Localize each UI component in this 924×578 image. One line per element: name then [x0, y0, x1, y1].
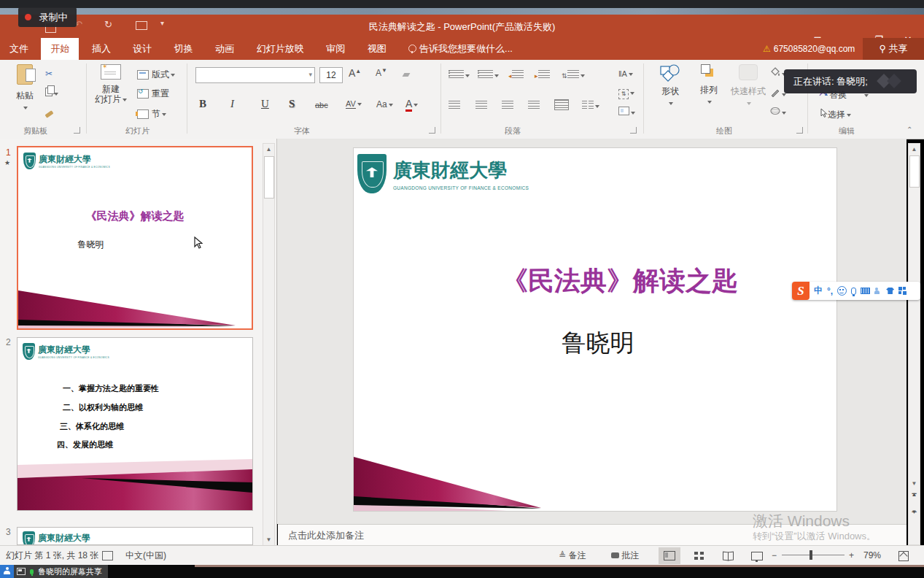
- ime-chinese-mode-icon[interactable]: 中: [814, 285, 823, 297]
- slide2-thumbnail[interactable]: 廣東財經大學 GUANGDONG UNIVERSITY OF FINANCE &…: [17, 337, 253, 511]
- copy-button[interactable]: [45, 88, 58, 99]
- zoom-in-button[interactable]: +: [849, 546, 854, 565]
- align-right-button[interactable]: [502, 101, 513, 111]
- normal-view-button[interactable]: [659, 547, 680, 564]
- language-status[interactable]: 中文(中国): [125, 546, 166, 565]
- ime-toolbox-icon[interactable]: [898, 287, 906, 295]
- justify-button[interactable]: [528, 101, 540, 111]
- align-center-button[interactable]: [475, 101, 487, 111]
- collapse-ribbon-button[interactable]: ⌃: [906, 126, 912, 134]
- thumbnails-scrollbar-thumb[interactable]: [264, 156, 274, 199]
- character-spacing-button[interactable]: AV: [346, 99, 362, 108]
- zoom-out-button[interactable]: −: [772, 546, 777, 565]
- text-shadow-button[interactable]: S: [289, 98, 295, 110]
- select-button[interactable]: 选择: [820, 108, 851, 121]
- grow-font-button[interactable]: A▲: [349, 67, 361, 79]
- arrange-button[interactable]: 排列: [693, 64, 725, 107]
- slide-canvas[interactable]: 廣東財經大學 GUANGDONG UNIVERSITY OF FINANCE &…: [354, 148, 836, 511]
- numbering-button[interactable]: [478, 70, 499, 80]
- zoom-slider[interactable]: [782, 555, 845, 555]
- paste-button[interactable]: 粘贴: [10, 64, 39, 112]
- tab-animations[interactable]: 动画: [206, 38, 244, 60]
- tab-transitions[interactable]: 切换: [165, 38, 203, 60]
- tab-slideshow[interactable]: 幻灯片放映: [247, 38, 314, 60]
- account-email[interactable]: ⚠675085820@qq.com: [763, 38, 855, 60]
- shapes-button[interactable]: 形状: [653, 64, 687, 108]
- slide-author[interactable]: 鲁晓明: [500, 327, 696, 360]
- tab-insert[interactable]: 插入: [82, 38, 120, 60]
- tab-design[interactable]: 设计: [123, 38, 161, 60]
- convert-smartart-button[interactable]: [618, 107, 635, 117]
- section-button[interactable]: 节: [137, 108, 166, 120]
- shape-effects-button[interactable]: [770, 107, 786, 117]
- comments-toggle[interactable]: 批注: [611, 546, 639, 565]
- screen-share-status[interactable]: 鲁晓明的屏幕共享: [14, 565, 108, 578]
- font-size-combobox[interactable]: 12: [319, 67, 343, 83]
- tab-view[interactable]: 视图: [358, 38, 396, 60]
- cut-button[interactable]: ✂: [45, 69, 53, 79]
- columns-button[interactable]: [582, 101, 599, 111]
- zoom-level[interactable]: 79%: [863, 546, 881, 565]
- ime-emoji-icon[interactable]: [837, 286, 847, 296]
- ime-input-mode-icon[interactable]: [874, 288, 882, 295]
- ime-toolbar[interactable]: S 中 °,: [792, 282, 920, 300]
- clipboard-dialog-launcher[interactable]: [74, 127, 80, 134]
- ime-keyboard-icon[interactable]: [861, 288, 870, 294]
- new-slide-button[interactable]: 新建 幻灯片: [92, 64, 130, 104]
- meeting-app-taskbar-icon[interactable]: [0, 565, 14, 578]
- text-direction-button[interactable]: ‖A: [618, 69, 633, 79]
- previous-slide-button[interactable]: ▲▔: [909, 493, 920, 504]
- align-text-button[interactable]: ⇅: [618, 88, 634, 99]
- ime-skin-icon[interactable]: [886, 288, 894, 294]
- ime-voice-icon[interactable]: [851, 288, 856, 295]
- tab-file[interactable]: 文件: [0, 38, 38, 60]
- slide1-thumbnail[interactable]: 廣東財經大學 GUANGDONG UNIVERSITY OF FINANCE &…: [17, 146, 253, 330]
- thumbnails-scrollbar[interactable]: ▲ ▼: [263, 143, 275, 545]
- editor-scrollbar-thumb[interactable]: [909, 155, 920, 188]
- slide-sorter-view-button[interactable]: [688, 547, 710, 564]
- font-dialog-launcher[interactable]: [429, 127, 435, 134]
- shrink-font-button[interactable]: A▼: [376, 67, 387, 78]
- scroll-up-icon[interactable]: ▲: [909, 144, 920, 155]
- ime-punctuation-icon[interactable]: °,: [827, 286, 833, 296]
- slide3-thumbnail[interactable]: 廣東財經大學 GUANGDONG UNIVERSITY OF FINANCE &…: [17, 527, 253, 545]
- paragraph-dialog-launcher[interactable]: [630, 127, 637, 134]
- format-painter-button[interactable]: [45, 108, 53, 118]
- underline-button[interactable]: U: [261, 98, 269, 110]
- bold-button[interactable]: B: [199, 98, 206, 110]
- zoom-slider-thumb[interactable]: [810, 550, 812, 560]
- increase-indent-button[interactable]: ▸: [535, 70, 550, 80]
- reading-view-button[interactable]: [717, 547, 739, 564]
- change-case-button[interactable]: Aa: [376, 99, 393, 109]
- font-name-combobox[interactable]: ▾: [195, 67, 315, 83]
- tab-home[interactable]: 开始: [41, 38, 79, 60]
- layout-button[interactable]: 版式: [137, 69, 175, 81]
- align-left-button[interactable]: [449, 101, 460, 111]
- font-color-button[interactable]: A: [405, 98, 418, 109]
- scroll-up-icon[interactable]: ▲: [263, 144, 274, 155]
- strikethrough-button[interactable]: abc: [315, 101, 328, 109]
- next-slide-button[interactable]: ▁▼: [909, 507, 920, 518]
- scroll-down-icon[interactable]: ▼: [909, 478, 920, 489]
- decrease-indent-button[interactable]: ◂: [508, 70, 524, 80]
- tell-me-box[interactable]: 告诉我您想要做什么...: [399, 38, 522, 60]
- tab-review[interactable]: 审阅: [317, 38, 354, 60]
- notes-toggle[interactable]: ≜ 备注: [559, 546, 586, 565]
- scroll-down-icon[interactable]: ▼: [263, 534, 274, 545]
- spell-check-icon[interactable]: [102, 551, 113, 560]
- fit-to-window-button[interactable]: [893, 547, 915, 564]
- bullets-button[interactable]: [449, 70, 470, 80]
- quick-styles-button[interactable]: 快速样式: [729, 64, 767, 108]
- distribute-button[interactable]: [554, 99, 569, 112]
- slide-title[interactable]: 《民法典》解读之匙: [500, 263, 740, 299]
- italic-button[interactable]: I: [230, 98, 234, 110]
- font-name-caret-icon[interactable]: ▾: [308, 71, 312, 78]
- clear-formatting-button[interactable]: [403, 67, 409, 79]
- sogou-logo-icon[interactable]: S: [792, 282, 810, 300]
- reset-button[interactable]: 重置: [137, 88, 169, 100]
- slideshow-view-button[interactable]: [746, 547, 768, 564]
- share-button[interactable]: ⚲ 共享: [863, 38, 924, 60]
- editor-scrollbar[interactable]: ▲ ▼ ▲▔ ▁▼: [908, 143, 920, 545]
- line-spacing-button[interactable]: ⇅: [562, 70, 585, 80]
- drawing-dialog-launcher[interactable]: [796, 127, 803, 134]
